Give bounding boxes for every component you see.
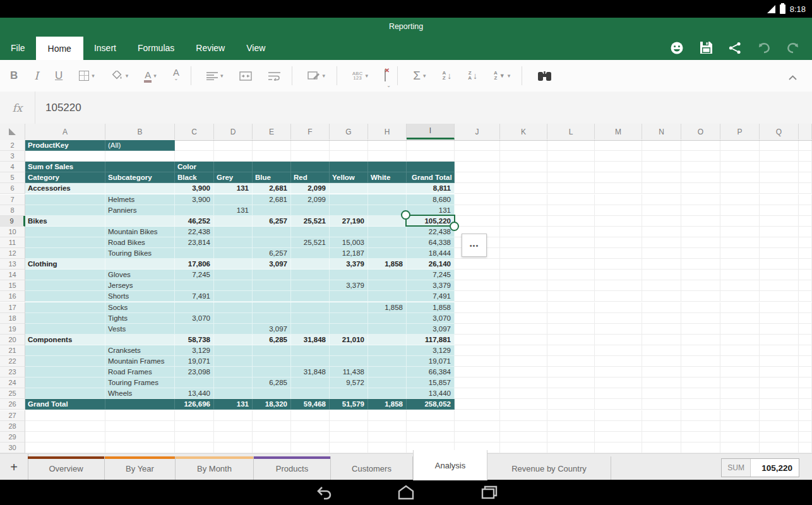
- cell-D20[interactable]: [214, 335, 253, 345]
- cell-A3[interactable]: [25, 151, 105, 162]
- cell-K25[interactable]: [500, 388, 547, 399]
- cell-N5[interactable]: [642, 172, 681, 183]
- cell-styles-button[interactable]: ▾: [301, 64, 331, 87]
- cell-J5[interactable]: [455, 172, 500, 183]
- cell-E29[interactable]: [253, 432, 291, 443]
- cell-A20[interactable]: Components: [25, 335, 105, 345]
- row-header-25[interactable]: 25: [0, 388, 25, 399]
- cell-P14[interactable]: [720, 270, 760, 280]
- cell-B27[interactable]: [105, 410, 175, 421]
- cell-K3[interactable]: [500, 151, 547, 162]
- cell-L19[interactable]: [547, 324, 595, 335]
- cell-B5[interactable]: Subcategory: [105, 172, 175, 183]
- cell-P19[interactable]: [720, 324, 760, 335]
- cell-N12[interactable]: [642, 248, 681, 259]
- cell-P28[interactable]: [720, 421, 760, 432]
- cell-B14[interactable]: Gloves: [105, 270, 175, 280]
- cell-A25[interactable]: [25, 388, 105, 399]
- cell-G5[interactable]: Yellow: [330, 172, 368, 183]
- cell-J29[interactable]: [455, 432, 500, 443]
- cell-O25[interactable]: [681, 388, 720, 399]
- cell-B28[interactable]: [105, 421, 175, 432]
- cell-B21[interactable]: Cranksets: [105, 345, 175, 356]
- cell-partial-27[interactable]: [799, 410, 812, 421]
- row-header-3[interactable]: 3: [0, 151, 25, 162]
- cell-Q26[interactable]: [760, 399, 799, 410]
- autosum-button[interactable]: Σ▾: [407, 64, 432, 87]
- cell-P17[interactable]: [720, 302, 760, 313]
- cell-C8[interactable]: [175, 205, 214, 216]
- cell-O3[interactable]: [681, 151, 720, 162]
- cell-L24[interactable]: [547, 377, 595, 388]
- cell-Q25[interactable]: [760, 388, 799, 399]
- cell-N27[interactable]: [642, 410, 681, 421]
- cell-H6[interactable]: [368, 183, 407, 194]
- tab-home[interactable]: Home: [36, 37, 83, 60]
- cell-D21[interactable]: [214, 345, 253, 356]
- cell-F7[interactable]: 2,099: [291, 194, 330, 205]
- cell-C11[interactable]: 23,814: [175, 237, 214, 248]
- cell-K14[interactable]: [500, 270, 547, 280]
- cell-F22[interactable]: [291, 356, 330, 367]
- row-header-17[interactable]: 17: [0, 302, 25, 313]
- cell-K9[interactable]: [500, 216, 547, 227]
- cell-L26[interactable]: [547, 399, 595, 410]
- cell-G29[interactable]: [330, 432, 368, 443]
- cell-D3[interactable]: [214, 151, 253, 162]
- cell-L9[interactable]: [547, 216, 595, 227]
- cell-K23[interactable]: [500, 367, 547, 377]
- cell-J14[interactable]: [455, 270, 500, 280]
- cell-K26[interactable]: [500, 399, 547, 410]
- row-header-23[interactable]: 23: [0, 367, 25, 377]
- column-header-O[interactable]: O: [681, 124, 720, 140]
- cell-J19[interactable]: [455, 324, 500, 335]
- cell-C25[interactable]: 13,440: [175, 388, 214, 399]
- cell-D22[interactable]: [214, 356, 253, 367]
- cell-partial-20[interactable]: [799, 335, 812, 345]
- cell-Q6[interactable]: [760, 183, 799, 194]
- cell-partial-9[interactable]: [799, 216, 812, 227]
- cell-I13[interactable]: 26,140: [407, 259, 455, 270]
- cell-J28[interactable]: [455, 421, 500, 432]
- cell-L13[interactable]: [547, 259, 595, 270]
- cell-M15[interactable]: [595, 280, 642, 291]
- cell-A17[interactable]: [25, 302, 105, 313]
- cell-K10[interactable]: [500, 227, 547, 237]
- cell-O6[interactable]: [681, 183, 720, 194]
- cell-M11[interactable]: [595, 237, 642, 248]
- cell-K13[interactable]: [500, 259, 547, 270]
- cell-G16[interactable]: [330, 291, 368, 302]
- cell-F21[interactable]: [291, 345, 330, 356]
- cell-D2[interactable]: [214, 140, 253, 151]
- cell-J20[interactable]: [455, 335, 500, 345]
- cell-D25[interactable]: [214, 388, 253, 399]
- cell-F6[interactable]: 2,099: [291, 183, 330, 194]
- cell-F20[interactable]: 31,848: [291, 335, 330, 345]
- cell-I12[interactable]: 18,444: [407, 248, 455, 259]
- cell-P23[interactable]: [720, 367, 760, 377]
- cell-D24[interactable]: [214, 377, 253, 388]
- cell-D8[interactable]: 131: [214, 205, 253, 216]
- cell-A16[interactable]: [25, 291, 105, 302]
- cell-partial-10[interactable]: [799, 227, 812, 237]
- column-header-G[interactable]: G: [330, 124, 368, 140]
- cell-E16[interactable]: [253, 291, 291, 302]
- row-header-9[interactable]: 9: [0, 216, 25, 227]
- cell-G25[interactable]: [330, 388, 368, 399]
- cell-O27[interactable]: [681, 410, 720, 421]
- cell-L16[interactable]: [547, 291, 595, 302]
- cell-K15[interactable]: [500, 280, 547, 291]
- cell-K28[interactable]: [500, 421, 547, 432]
- cell-E14[interactable]: [253, 270, 291, 280]
- bold-button[interactable]: B: [4, 64, 24, 87]
- cell-P6[interactable]: [720, 183, 760, 194]
- sheet-tab-by-year[interactable]: By Year: [105, 456, 176, 480]
- cell-E2[interactable]: [253, 140, 291, 151]
- cell-N30[interactable]: [642, 443, 681, 453]
- cell-P18[interactable]: [720, 313, 760, 324]
- cell-C9[interactable]: 46,252: [175, 216, 214, 227]
- cell-I28[interactable]: [407, 421, 455, 432]
- cell-B7[interactable]: Helmets: [105, 194, 175, 205]
- cell-J7[interactable]: [455, 194, 500, 205]
- cell-partial-19[interactable]: [799, 324, 812, 335]
